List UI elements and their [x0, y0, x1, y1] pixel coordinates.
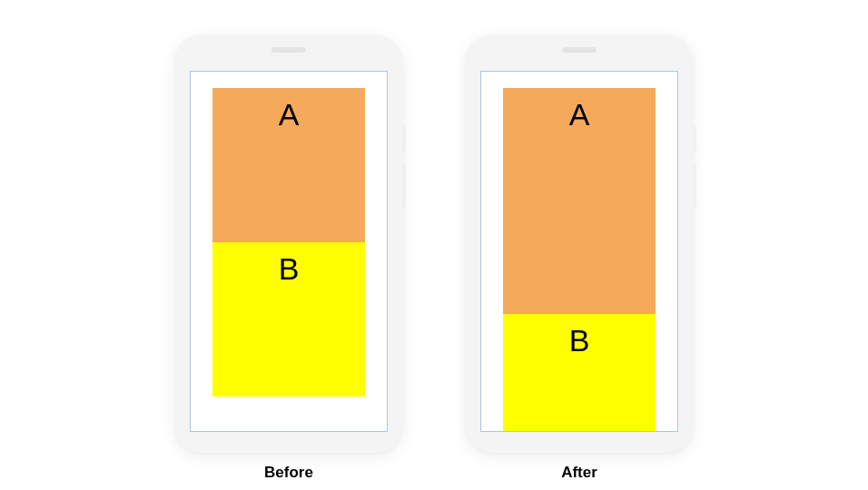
phone-screen: A B — [190, 71, 388, 432]
phone-after: A B — [466, 35, 693, 453]
block-b-label: B — [279, 251, 300, 397]
phone-side-button — [693, 126, 696, 152]
block-a-label: A — [279, 97, 300, 242]
phone-speaker — [271, 47, 306, 53]
block-b-before: B — [212, 242, 365, 397]
phone-screen: A B — [480, 71, 678, 432]
phone-after-wrapper: A B After — [466, 35, 693, 482]
phone-before: A B — [175, 35, 402, 453]
content-area-before: A B — [212, 88, 365, 431]
phone-before-wrapper: A B Before — [175, 35, 402, 482]
diagram-container: A B Before A B — [175, 8, 693, 482]
phone-side-button — [693, 162, 696, 208]
content-area-after: A B — [503, 88, 656, 431]
phone-side-button — [402, 162, 406, 208]
caption-before: Before — [264, 464, 313, 482]
phone-side-button — [402, 126, 406, 152]
block-a-label: A — [569, 97, 590, 314]
block-b-after: B — [503, 314, 656, 431]
caption-after: After — [561, 464, 597, 482]
phone-speaker — [562, 47, 597, 53]
block-b-label: B — [569, 323, 590, 431]
block-a-before: A — [212, 88, 365, 242]
block-a-after: A — [503, 88, 656, 314]
